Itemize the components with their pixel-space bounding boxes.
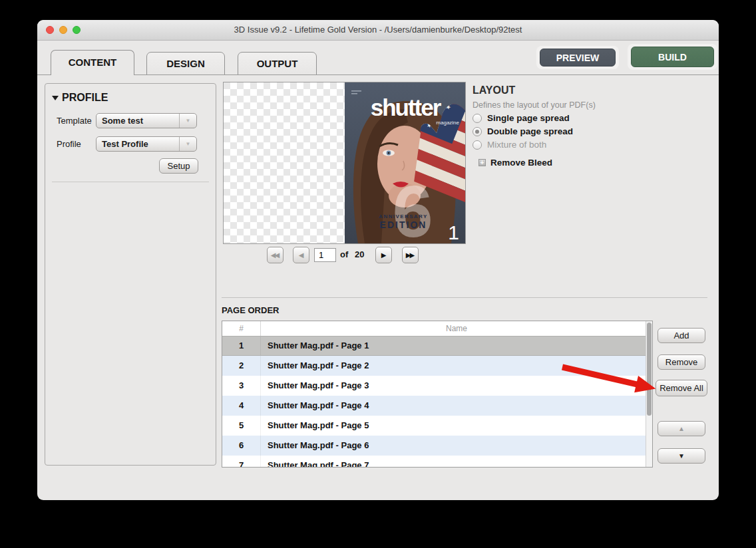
panel-divider (52, 182, 209, 182)
remove-bleed-label: Remove Bleed (490, 158, 552, 168)
profile-section-title: PROFILE (62, 92, 108, 104)
table-row[interactable]: 4Shutter Mag.pdf - Page 4 (222, 396, 646, 416)
template-value: Some test (96, 114, 179, 128)
scrollbar-thumb[interactable] (647, 323, 652, 416)
next-page-icon: ▶ (381, 251, 385, 259)
pager-total-pages: 20 (355, 249, 364, 259)
tab-output[interactable]: OUTPUT (238, 52, 317, 75)
row-number: 5 (222, 416, 261, 436)
magazine-cover-image: ★★★ ★★ ★★★ ★★ ★★ shutter magazine 6 ANNI… (345, 82, 465, 243)
cover-anniversary-text: ANNIVERSARY (379, 213, 427, 219)
column-header-name: Name (261, 321, 652, 336)
profile-value: Test Profile (96, 137, 179, 151)
page-order-rows: 1Shutter Mag.pdf - Page 12Shutter Mag.pd… (222, 336, 646, 467)
first-page-icon: ◀◀ (271, 251, 278, 259)
table-row[interactable]: 2Shutter Mag.pdf - Page 2 (222, 356, 646, 376)
tab-strip-divider (37, 74, 719, 75)
preview-button[interactable]: PREVIEW (540, 49, 616, 67)
remove-button[interactable]: Remove (658, 354, 705, 370)
previous-page-icon: ◀ (299, 251, 303, 259)
desktop-background: { "window": { "title": "3D Issue v9.2 - … (0, 0, 756, 548)
cover-number-six: 6 (392, 170, 433, 243)
layout-section-title: LAYOUT (472, 84, 515, 96)
template-label: Template (57, 116, 92, 126)
radio-button-icon (472, 127, 482, 136)
profile-label: Profile (57, 139, 81, 149)
page-preview-box: ★★★ ★★ ★★★ ★★ ★★ shutter magazine 6 ANNI… (223, 82, 466, 244)
move-down-button[interactable]: ▼ (658, 448, 705, 464)
last-page-button[interactable]: ▶▶ (402, 247, 419, 263)
next-page-button[interactable]: ▶ (375, 247, 392, 263)
expand-plus-icon: + (478, 159, 486, 166)
cover-brand-text: shutter (371, 94, 442, 120)
disclosure-triangle-icon (52, 96, 59, 100)
dropdown-arrow-icon: ▼ (179, 114, 196, 128)
page-order-title: PAGE ORDER (222, 305, 279, 315)
row-number: 3 (222, 376, 261, 396)
radio-label: Single page spread (487, 113, 570, 123)
profile-dropdown[interactable]: Test Profile ▼ (96, 136, 197, 152)
table-scrollbar[interactable] (646, 321, 652, 467)
move-up-button[interactable]: ▲ (658, 421, 705, 436)
first-page-button[interactable]: ◀◀ (267, 247, 284, 263)
row-number: 2 (222, 356, 261, 376)
template-dropdown[interactable]: Some test ▼ (96, 113, 197, 128)
column-header-number: # (222, 321, 261, 336)
table-row[interactable]: 3Shutter Mag.pdf - Page 3 (222, 376, 646, 396)
row-name: Shutter Mag.pdf - Page 5 (261, 416, 646, 436)
previous-page-button[interactable]: ◀ (293, 247, 309, 263)
page-number-input[interactable] (314, 248, 336, 262)
app-window: 3D Issue v9.2 - Lifetime Gold Version - … (37, 20, 719, 500)
remove-bleed-expander[interactable]: + Remove Bleed (478, 158, 552, 168)
build-button[interactable]: BUILD (631, 47, 714, 67)
table-row[interactable]: 5Shutter Mag.pdf - Page 5 (222, 416, 646, 436)
page-order-table: # Name 1Shutter Mag.pdf - Page 12Shutter… (222, 321, 653, 468)
radio-button-icon (472, 140, 482, 150)
cover-edition-text: EDITION (380, 219, 427, 230)
build-button-well: BUILD (628, 44, 717, 70)
cover-page-number: 1 (448, 221, 459, 243)
table-row[interactable]: 6Shutter Mag.pdf - Page 6 (222, 436, 646, 456)
table-header-row: # Name (222, 321, 652, 337)
preview-button-well: PREVIEW (536, 46, 619, 69)
tab-design[interactable]: DESIGN (146, 52, 225, 75)
radio-button-icon (472, 114, 482, 123)
table-row[interactable]: 1Shutter Mag.pdf - Page 1 (222, 336, 646, 356)
row-number: 6 (222, 436, 261, 456)
cover-brand-sub-text: magazine (436, 120, 459, 126)
row-number: 1 (222, 337, 261, 355)
last-page-icon: ▶▶ (406, 251, 413, 259)
row-name: Shutter Mag.pdf - Page 4 (261, 396, 646, 416)
row-number: 4 (222, 396, 261, 416)
section-divider (222, 297, 707, 298)
table-row[interactable]: 7Shutter Mag.pdf - Page 7 (222, 456, 646, 468)
row-name: Shutter Mag.pdf - Page 6 (261, 436, 646, 456)
profile-panel: PROFILE Template Some test ▼ Profile Tes… (45, 83, 216, 466)
move-down-icon: ▼ (678, 452, 685, 460)
radio-option-single-page[interactable]: Single page spread (472, 113, 570, 123)
row-number: 7 (222, 456, 261, 468)
remove-all-button[interactable]: Remove All (656, 380, 707, 396)
dropdown-arrow-icon: ▼ (179, 137, 196, 151)
tab-content[interactable]: CONTENT (51, 50, 134, 75)
row-name: Shutter Mag.pdf - Page 2 (261, 356, 646, 376)
radio-label: Mixture of both (487, 140, 546, 150)
row-name: Shutter Mag.pdf - Page 7 (261, 456, 646, 468)
radio-label: Double page spread (487, 126, 573, 136)
window-title: 3D Issue v9.2 - Lifetime Gold Version - … (37, 20, 719, 40)
setup-button[interactable]: Setup (159, 158, 198, 174)
row-name: Shutter Mag.pdf - Page 1 (261, 337, 646, 355)
title-bar: 3D Issue v9.2 - Lifetime Gold Version - … (37, 20, 719, 41)
profile-section-header[interactable]: PROFILE (52, 92, 108, 104)
row-name: Shutter Mag.pdf - Page 3 (261, 376, 646, 396)
add-button[interactable]: Add (658, 328, 705, 343)
layout-section-subtitle: Defines the layout of your PDF(s) (472, 100, 596, 110)
pager-of-label: of (340, 249, 348, 259)
radio-option-mixture[interactable]: Mixture of both (472, 140, 546, 150)
move-up-icon: ▲ (678, 425, 685, 432)
radio-option-double-page[interactable]: Double page spread (472, 126, 573, 136)
